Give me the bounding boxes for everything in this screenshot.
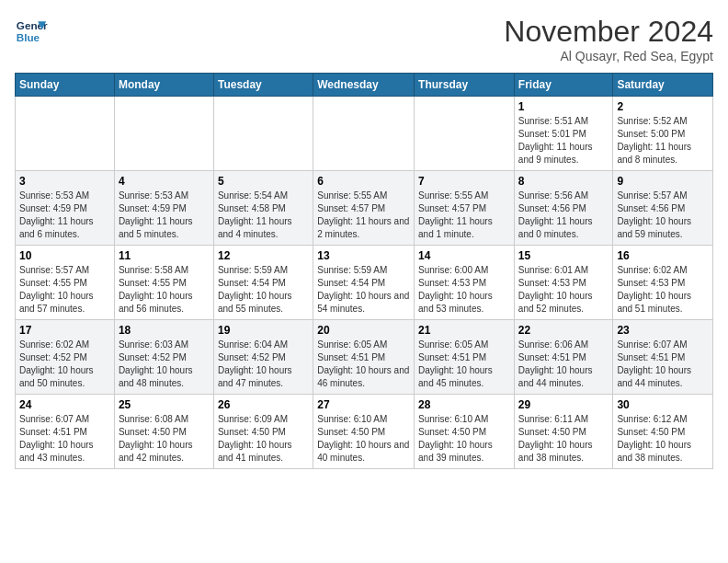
day-info: Sunrise: 6:03 AMSunset: 4:52 PMDaylight:…	[119, 339, 210, 390]
day-cell: 6Sunrise: 5:55 AMSunset: 4:57 PMDaylight…	[313, 171, 415, 246]
day-info: Sunrise: 6:12 AMSunset: 4:50 PMDaylight:…	[617, 413, 709, 465]
day-info: Sunrise: 6:09 AMSunset: 4:50 PMDaylight:…	[218, 413, 309, 465]
day-info: Sunrise: 6:02 AMSunset: 4:53 PMDaylight:…	[617, 264, 709, 316]
day-number: 12	[218, 249, 309, 262]
day-cell	[114, 97, 213, 171]
day-cell: 23Sunrise: 6:07 AMSunset: 4:51 PMDayligh…	[613, 320, 713, 395]
day-info: Sunrise: 6:06 AMSunset: 4:51 PMDaylight:…	[518, 339, 609, 390]
day-number: 30	[617, 398, 709, 411]
day-number: 27	[317, 398, 410, 411]
header: General Blue November 2024 Al Qusayr, Re…	[15, 15, 713, 63]
day-info: Sunrise: 5:54 AMSunset: 4:58 PMDaylight:…	[218, 190, 309, 241]
day-number: 24	[19, 398, 110, 411]
day-number: 20	[317, 324, 410, 337]
day-info: Sunrise: 5:59 AMSunset: 4:54 PMDaylight:…	[218, 264, 309, 316]
day-cell: 27Sunrise: 6:10 AMSunset: 4:50 PMDayligh…	[313, 395, 415, 469]
day-cell: 12Sunrise: 5:59 AMSunset: 4:54 PMDayligh…	[213, 246, 313, 320]
day-info: Sunrise: 5:59 AMSunset: 4:54 PMDaylight:…	[317, 264, 410, 316]
day-cell: 17Sunrise: 6:02 AMSunset: 4:52 PMDayligh…	[16, 320, 115, 395]
day-info: Sunrise: 5:53 AMSunset: 4:59 PMDaylight:…	[19, 190, 110, 241]
day-number: 19	[218, 324, 309, 337]
day-cell: 30Sunrise: 6:12 AMSunset: 4:50 PMDayligh…	[613, 395, 713, 469]
day-number: 5	[218, 175, 309, 188]
column-header-monday: Monday	[114, 74, 213, 97]
day-info: Sunrise: 5:58 AMSunset: 4:55 PMDaylight:…	[119, 264, 210, 316]
day-info: Sunrise: 6:05 AMSunset: 4:51 PMDaylight:…	[418, 339, 510, 390]
day-cell: 10Sunrise: 5:57 AMSunset: 4:55 PMDayligh…	[16, 246, 115, 320]
day-number: 11	[119, 249, 210, 262]
logo-icon: General Blue	[15, 15, 48, 48]
column-header-thursday: Thursday	[415, 74, 515, 97]
day-info: Sunrise: 5:52 AMSunset: 5:00 PMDaylight:…	[617, 115, 709, 167]
day-cell: 16Sunrise: 6:02 AMSunset: 4:53 PMDayligh…	[613, 246, 713, 320]
day-cell: 29Sunrise: 6:11 AMSunset: 4:50 PMDayligh…	[514, 395, 613, 469]
day-cell: 2Sunrise: 5:52 AMSunset: 5:00 PMDaylight…	[613, 97, 713, 171]
day-cell: 21Sunrise: 6:05 AMSunset: 4:51 PMDayligh…	[415, 320, 515, 395]
week-row-4: 17Sunrise: 6:02 AMSunset: 4:52 PMDayligh…	[16, 320, 713, 395]
day-number: 1	[518, 100, 609, 113]
calendar-table: SundayMondayTuesdayWednesdayThursdayFrid…	[15, 73, 713, 469]
day-info: Sunrise: 5:55 AMSunset: 4:57 PMDaylight:…	[317, 190, 410, 241]
column-header-friday: Friday	[514, 74, 613, 97]
day-info: Sunrise: 6:01 AMSunset: 4:53 PMDaylight:…	[518, 264, 609, 316]
day-cell: 24Sunrise: 6:07 AMSunset: 4:51 PMDayligh…	[16, 395, 115, 469]
week-row-3: 10Sunrise: 5:57 AMSunset: 4:55 PMDayligh…	[16, 246, 713, 320]
day-cell: 9Sunrise: 5:57 AMSunset: 4:56 PMDaylight…	[613, 171, 713, 246]
svg-text:Blue: Blue	[17, 31, 40, 43]
month-title: November 2024	[504, 15, 713, 49]
day-cell: 19Sunrise: 6:04 AMSunset: 4:52 PMDayligh…	[213, 320, 313, 395]
day-cell	[213, 97, 313, 171]
day-cell	[415, 97, 515, 171]
day-number: 26	[218, 398, 309, 411]
day-cell: 15Sunrise: 6:01 AMSunset: 4:53 PMDayligh…	[514, 246, 613, 320]
column-header-wednesday: Wednesday	[313, 74, 415, 97]
day-number: 29	[518, 398, 609, 411]
day-cell: 1Sunrise: 5:51 AMSunset: 5:01 PMDaylight…	[514, 97, 613, 171]
day-cell: 8Sunrise: 5:56 AMSunset: 4:56 PMDaylight…	[514, 171, 613, 246]
day-cell: 22Sunrise: 6:06 AMSunset: 4:51 PMDayligh…	[514, 320, 613, 395]
day-cell: 14Sunrise: 6:00 AMSunset: 4:53 PMDayligh…	[415, 246, 515, 320]
day-cell: 5Sunrise: 5:54 AMSunset: 4:58 PMDaylight…	[213, 171, 313, 246]
day-info: Sunrise: 5:51 AMSunset: 5:01 PMDaylight:…	[518, 115, 609, 167]
day-info: Sunrise: 6:04 AMSunset: 4:52 PMDaylight:…	[218, 339, 309, 390]
day-info: Sunrise: 6:10 AMSunset: 4:50 PMDaylight:…	[418, 413, 510, 465]
day-info: Sunrise: 6:08 AMSunset: 4:50 PMDaylight:…	[119, 413, 210, 465]
day-info: Sunrise: 5:57 AMSunset: 4:55 PMDaylight:…	[19, 264, 110, 316]
day-number: 6	[317, 175, 410, 188]
day-cell: 4Sunrise: 5:53 AMSunset: 4:59 PMDaylight…	[114, 171, 213, 246]
day-cell: 3Sunrise: 5:53 AMSunset: 4:59 PMDaylight…	[16, 171, 115, 246]
calendar-body: 1Sunrise: 5:51 AMSunset: 5:01 PMDaylight…	[16, 97, 713, 469]
day-info: Sunrise: 5:53 AMSunset: 4:59 PMDaylight:…	[119, 190, 210, 241]
day-info: Sunrise: 6:07 AMSunset: 4:51 PMDaylight:…	[19, 413, 110, 465]
day-number: 21	[418, 324, 510, 337]
day-number: 3	[19, 175, 110, 188]
day-cell: 7Sunrise: 5:55 AMSunset: 4:57 PMDaylight…	[415, 171, 515, 246]
day-number: 15	[518, 249, 609, 262]
day-cell: 28Sunrise: 6:10 AMSunset: 4:50 PMDayligh…	[415, 395, 515, 469]
day-cell	[313, 97, 415, 171]
column-header-tuesday: Tuesday	[213, 74, 313, 97]
day-number: 17	[19, 324, 110, 337]
column-header-saturday: Saturday	[613, 74, 713, 97]
day-number: 28	[418, 398, 510, 411]
day-number: 13	[317, 249, 410, 262]
day-number: 22	[518, 324, 609, 337]
day-number: 10	[19, 249, 110, 262]
day-number: 18	[119, 324, 210, 337]
week-row-1: 1Sunrise: 5:51 AMSunset: 5:01 PMDaylight…	[16, 97, 713, 171]
day-number: 14	[418, 249, 510, 262]
day-info: Sunrise: 6:02 AMSunset: 4:52 PMDaylight:…	[19, 339, 110, 390]
week-row-2: 3Sunrise: 5:53 AMSunset: 4:59 PMDaylight…	[16, 171, 713, 246]
logo: General Blue	[15, 15, 48, 48]
day-info: Sunrise: 6:07 AMSunset: 4:51 PMDaylight:…	[617, 339, 709, 390]
day-number: 7	[418, 175, 510, 188]
day-number: 4	[119, 175, 210, 188]
day-cell: 20Sunrise: 6:05 AMSunset: 4:51 PMDayligh…	[313, 320, 415, 395]
day-info: Sunrise: 6:05 AMSunset: 4:51 PMDaylight:…	[317, 339, 410, 390]
day-number: 9	[617, 175, 709, 188]
day-number: 25	[119, 398, 210, 411]
title-area: November 2024 Al Qusayr, Red Sea, Egypt	[504, 15, 713, 63]
week-row-5: 24Sunrise: 6:07 AMSunset: 4:51 PMDayligh…	[16, 395, 713, 469]
day-number: 8	[518, 175, 609, 188]
day-cell: 13Sunrise: 5:59 AMSunset: 4:54 PMDayligh…	[313, 246, 415, 320]
